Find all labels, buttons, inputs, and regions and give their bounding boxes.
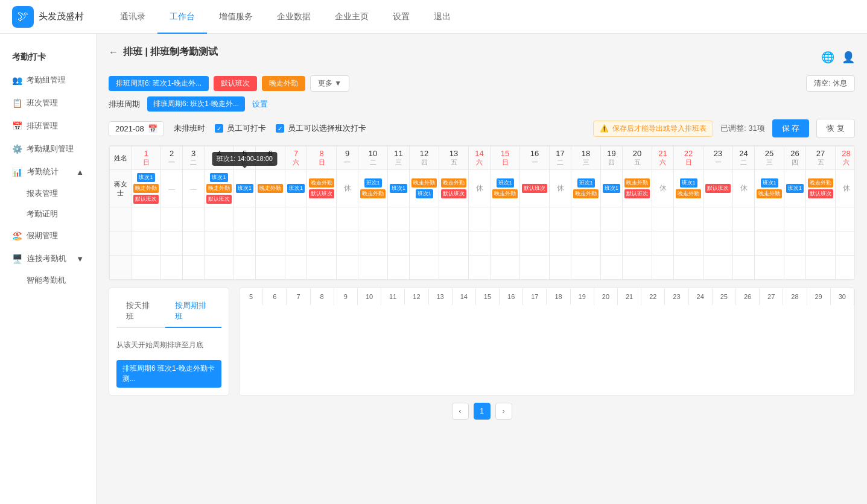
empty-cell-2-22[interactable] (703, 256, 733, 280)
sidebar-item-rules[interactable]: ⚙️ 考勤规则管理 (0, 137, 96, 160)
cell-date-21[interactable]: 休 (652, 170, 674, 207)
empty-cell-2-5[interactable] (256, 256, 285, 280)
empty-cell-0-8[interactable] (337, 207, 358, 232)
cell-date-16[interactable]: 默认班次 (520, 170, 550, 207)
empty-cell-0-5[interactable] (256, 207, 285, 232)
empty-cell-0-0[interactable] (132, 207, 161, 232)
cell-date-28[interactable]: 休 (836, 170, 855, 207)
cell-date-20[interactable]: 晚走外勤默认班次 (623, 170, 652, 207)
empty-cell-0-4[interactable] (234, 207, 256, 232)
empty-cell-0-13[interactable] (469, 207, 491, 232)
empty-cell-2-2[interactable] (183, 256, 205, 280)
empty-cell-0-15[interactable] (520, 207, 550, 232)
empty-cell-0-16[interactable] (550, 207, 571, 232)
prev-page-button[interactable]: ‹ (452, 403, 469, 420)
cell-date-17[interactable]: 休 (550, 170, 571, 207)
empty-cell-1-12[interactable] (439, 232, 469, 256)
empty-cell-2-18[interactable] (601, 256, 623, 280)
empty-cell-2-19[interactable] (623, 256, 652, 280)
empty-cell-2-12[interactable] (439, 256, 469, 280)
empty-cell-1-8[interactable] (337, 232, 358, 256)
nav-item-value[interactable]: 增值服务 (207, 0, 265, 34)
period-schedule-item[interactable]: 排班周期6 班次1-晚走外勤卡测... (116, 360, 221, 388)
empty-cell-0-22[interactable] (703, 207, 733, 232)
empty-cell-1-13[interactable] (469, 232, 491, 256)
sidebar-item-smart-machine[interactable]: 智能考勤机 (27, 270, 96, 291)
period-tag[interactable]: 排班周期6: 班次1-晚走外... (147, 96, 245, 112)
empty-cell-2-1[interactable] (161, 256, 183, 280)
empty-cell-1-9[interactable] (358, 232, 388, 256)
empty-cell-2-20[interactable] (652, 256, 674, 280)
empty-cell-0-19[interactable] (623, 207, 652, 232)
cell-date-22[interactable]: 班次1晚走外勤 (674, 170, 703, 207)
empty-cell-0-3[interactable] (205, 207, 234, 232)
sidebar-item-reports[interactable]: 报表管理 (27, 183, 96, 204)
tag-btn-more[interactable]: 更多 ▼ (310, 75, 349, 92)
empty-cell-1-4[interactable] (234, 232, 256, 256)
cell-date-13[interactable]: 晚走外勤默认班次 (439, 170, 469, 207)
empty-cell-0-26[interactable] (806, 207, 836, 232)
cell-date-12[interactable]: 晚走外勤班次1 (410, 170, 439, 207)
empty-cell-1-14[interactable] (491, 232, 520, 256)
empty-cell-0-14[interactable] (491, 207, 520, 232)
sidebar-item-leave[interactable]: 🏖️ 假期管理 (0, 224, 96, 247)
next-page-button[interactable]: › (495, 403, 512, 420)
sidebar-item-stats[interactable]: 📊 考勤统计 ▲ (0, 160, 96, 183)
empty-cell-1-10[interactable] (388, 232, 410, 256)
empty-cell-1-15[interactable] (520, 232, 550, 256)
nav-item-settings[interactable]: 设置 (381, 0, 422, 34)
empty-cell-1-16[interactable] (550, 232, 571, 256)
empty-cell-0-25[interactable] (784, 207, 806, 232)
empty-cell-1-26[interactable] (806, 232, 836, 256)
location-icon[interactable]: 🌐 (821, 51, 834, 64)
cell-date-19[interactable]: 班次1 (601, 170, 623, 207)
empty-cell-2-10[interactable] (388, 256, 410, 280)
empty-cell-1-18[interactable] (601, 232, 623, 256)
empty-cell-1-27[interactable] (836, 232, 855, 256)
cell-date-24[interactable]: 休 (733, 170, 755, 207)
cell-date-18[interactable]: 班次1晚走外勤 (571, 170, 601, 207)
empty-cell-1-21[interactable] (674, 232, 703, 256)
empty-cell-1-17[interactable] (571, 232, 601, 256)
empty-cell-0-2[interactable] (183, 207, 205, 232)
restore-button[interactable]: 恢 复 (816, 119, 855, 138)
empty-cell-0-1[interactable] (161, 207, 183, 232)
empty-cell-2-13[interactable] (469, 256, 491, 280)
cell-date-6[interactable]: 晚走外勤 (256, 170, 285, 207)
empty-cell-2-26[interactable] (806, 256, 836, 280)
tag-btn-late-walk[interactable]: 晚走外勤 (262, 76, 305, 91)
current-page[interactable]: 1 (474, 403, 491, 420)
empty-cell-2-17[interactable] (571, 256, 601, 280)
empty-cell-0-7[interactable] (307, 207, 337, 232)
nav-item-addressbook[interactable]: 通讯录 (108, 0, 157, 34)
empty-cell-2-27[interactable] (836, 256, 855, 280)
empty-cell-2-6[interactable] (285, 256, 307, 280)
empty-cell-0-9[interactable] (358, 207, 388, 232)
cell-date-1[interactable]: 班次1晚走外勤默认班次 (132, 170, 161, 207)
empty-cell-1-25[interactable] (784, 232, 806, 256)
sidebar-item-machine-connect[interactable]: 🖥️ 连接考勤机 ▼ (0, 247, 96, 270)
cell-date-23[interactable]: 默认班次 (703, 170, 733, 207)
sidebar-item-scheduling[interactable]: 📅 排班管理 (0, 115, 96, 137)
empty-cell-1-3[interactable] (205, 232, 234, 256)
empty-cell-1-7[interactable] (307, 232, 337, 256)
cell-date-5[interactable]: 班次1班次1: 14:00-18:00 (234, 170, 256, 207)
nav-item-homepage[interactable]: 企业主页 (323, 0, 381, 34)
checkbox-employee-punch[interactable]: ✓ (215, 124, 223, 133)
clear-rest-button[interactable]: 清空: 休息 (806, 75, 855, 92)
empty-cell-2-9[interactable] (358, 256, 388, 280)
empty-cell-0-17[interactable] (571, 207, 601, 232)
empty-cell-2-16[interactable] (550, 256, 571, 280)
empty-cell-2-4[interactable] (234, 256, 256, 280)
tab-day-schedule[interactable]: 按天排班 (116, 295, 165, 328)
empty-cell-0-20[interactable] (652, 207, 674, 232)
empty-cell-2-21[interactable] (674, 256, 703, 280)
empty-cell-1-0[interactable] (132, 232, 161, 256)
save-button[interactable]: 保 存 (772, 119, 810, 137)
empty-cell-2-11[interactable] (410, 256, 439, 280)
empty-cell-0-18[interactable] (601, 207, 623, 232)
cell-date-26[interactable]: 班次1 (784, 170, 806, 207)
empty-cell-2-0[interactable] (132, 256, 161, 280)
cell-date-25[interactable]: 班次1晚走外勤 (755, 170, 784, 207)
sidebar-item-cert[interactable]: 考勤证明 (27, 204, 96, 224)
